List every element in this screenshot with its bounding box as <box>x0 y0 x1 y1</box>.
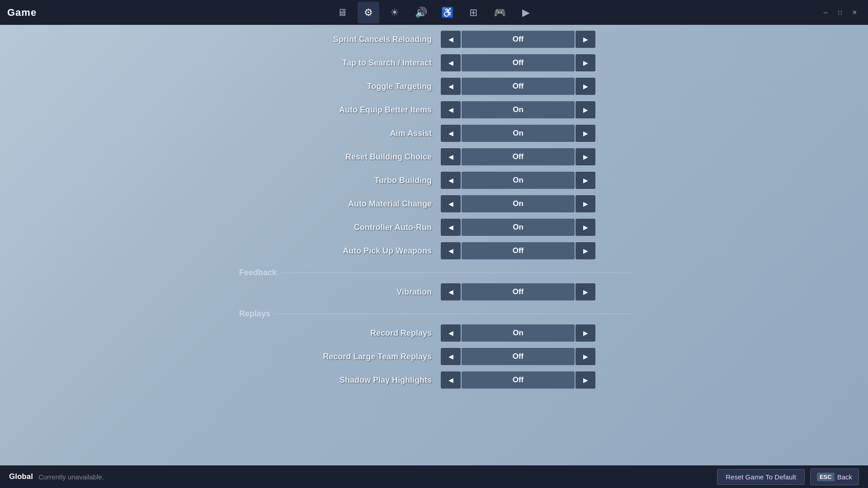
tab-accessibility[interactable]: ♿ <box>436 2 458 23</box>
close-button[interactable]: ✕ <box>848 8 861 17</box>
arrow-right-turbo-building[interactable]: ▶ <box>576 172 595 189</box>
value-toggle-targeting: Off <box>462 78 575 95</box>
bottom-left: Global Currently unavailable. <box>9 472 104 481</box>
arrow-right-auto-pick-up[interactable]: ▶ <box>576 242 595 259</box>
label-auto-equip: Auto Equip Better Items <box>237 105 441 115</box>
setting-row-aim-assist: Aim Assist ◀ On ▶ <box>237 123 631 143</box>
setting-row-record-replays: Record Replays ◀ On ▶ <box>237 323 631 343</box>
setting-row-sprint-cancels-reloading: Sprint Cancels Reloading ◀ Off ▶ <box>237 29 631 49</box>
arrow-left-vibration[interactable]: ◀ <box>441 283 461 300</box>
settings-content: Sprint Cancels Reloading ◀ Off ▶ Tap to … <box>237 25 631 465</box>
arrow-left-record-large-team[interactable]: ◀ <box>441 348 461 365</box>
arrow-right-tap-to-search[interactable]: ▶ <box>576 54 595 71</box>
control-auto-material-change: ◀ On ▶ <box>441 195 595 212</box>
label-auto-material-change: Auto Material Change <box>237 199 441 209</box>
setting-row-controller-auto-run: Controller Auto-Run ◀ On ▶ <box>237 217 631 237</box>
setting-row-tap-to-search: Tap to Search / Interact ◀ Off ▶ <box>237 53 631 73</box>
arrow-right-sprint-cancels-reloading[interactable]: ▶ <box>576 31 595 48</box>
value-reset-building: Off <box>462 148 575 165</box>
value-controller-auto-run: On <box>462 219 575 236</box>
bottom-right: Reset Game To Default ESC Back <box>717 469 859 485</box>
tab-controller-layout[interactable]: ⊞ <box>462 2 484 23</box>
label-toggle-targeting: Toggle Targeting <box>237 82 441 91</box>
section-replays: Replays <box>237 309 631 319</box>
control-controller-auto-run: ◀ On ▶ <box>441 219 595 236</box>
arrow-left-tap-to-search[interactable]: ◀ <box>441 54 461 71</box>
arrow-right-record-replays[interactable]: ▶ <box>576 324 595 342</box>
label-sprint-cancels-reloading: Sprint Cancels Reloading <box>237 35 441 44</box>
tab-monitor[interactable]: 🖥 <box>331 2 353 23</box>
arrow-right-auto-material-change[interactable]: ▶ <box>576 195 595 212</box>
tab-brightness[interactable]: ☀ <box>384 2 406 23</box>
section-feedback: Feedback <box>237 268 631 277</box>
tab-replay[interactable]: ▶ <box>515 2 537 23</box>
setting-row-reset-building: Reset Building Choice ◀ Off ▶ <box>237 147 631 167</box>
arrow-right-shadow-play[interactable]: ▶ <box>576 371 595 389</box>
arrow-right-auto-equip[interactable]: ▶ <box>576 101 595 118</box>
global-label: Global <box>9 472 33 481</box>
arrow-left-auto-equip[interactable]: ◀ <box>441 101 461 118</box>
control-turbo-building: ◀ On ▶ <box>441 172 595 189</box>
section-replays-title: Replays <box>237 309 270 319</box>
arrow-left-auto-pick-up[interactable]: ◀ <box>441 242 461 259</box>
arrow-right-vibration[interactable]: ▶ <box>576 283 595 300</box>
minimize-button[interactable]: ─ <box>819 8 832 17</box>
arrow-left-turbo-building[interactable]: ◀ <box>441 172 461 189</box>
label-controller-auto-run: Controller Auto-Run <box>237 223 441 232</box>
control-reset-building: ◀ Off ▶ <box>441 148 595 165</box>
control-record-replays: ◀ On ▶ <box>441 324 595 342</box>
value-shadow-play: Off <box>462 371 575 389</box>
tab-settings[interactable]: ⚙ <box>358 2 379 23</box>
arrow-left-sprint-cancels-reloading[interactable]: ◀ <box>441 31 461 48</box>
settings-list: Sprint Cancels Reloading ◀ Off ▶ Tap to … <box>237 29 631 390</box>
arrow-right-controller-auto-run[interactable]: ▶ <box>576 219 595 236</box>
arrow-left-auto-material-change[interactable]: ◀ <box>441 195 461 212</box>
tab-bar: 🖥 ⚙ ☀ 🔊 ♿ ⊞ 🎮 ▶ <box>331 2 537 23</box>
control-record-large-team: ◀ Off ▶ <box>441 348 595 365</box>
value-auto-equip: On <box>462 101 575 118</box>
arrow-left-controller-auto-run[interactable]: ◀ <box>441 219 461 236</box>
setting-row-record-large-team: Record Large Team Replays ◀ Off ▶ <box>237 347 631 366</box>
back-button[interactable]: ESC Back <box>810 469 859 485</box>
reset-default-button[interactable]: Reset Game To Default <box>717 469 805 485</box>
setting-row-toggle-targeting: Toggle Targeting ◀ Off ▶ <box>237 76 631 96</box>
arrow-left-aim-assist[interactable]: ◀ <box>441 125 461 142</box>
arrow-left-reset-building[interactable]: ◀ <box>441 148 461 165</box>
tab-gamepad[interactable]: 🎮 <box>489 2 510 23</box>
tab-audio[interactable]: 🔊 <box>410 2 432 23</box>
section-replays-line <box>275 314 631 314</box>
bottom-bar: Global Currently unavailable. Reset Game… <box>0 465 868 488</box>
esc-badge: ESC <box>817 473 835 481</box>
label-auto-pick-up: Auto Pick Up Weapons <box>237 246 441 256</box>
control-aim-assist: ◀ On ▶ <box>441 125 595 142</box>
arrow-right-toggle-targeting[interactable]: ▶ <box>576 78 595 95</box>
label-tap-to-search: Tap to Search / Interact <box>237 58 441 68</box>
section-feedback-title: Feedback <box>237 268 277 277</box>
arrow-left-toggle-targeting[interactable]: ◀ <box>441 78 461 95</box>
maximize-button[interactable]: □ <box>834 8 846 17</box>
arrow-left-record-replays[interactable]: ◀ <box>441 324 461 342</box>
main-area: Sprint Cancels Reloading ◀ Off ▶ Tap to … <box>0 25 868 465</box>
arrow-right-aim-assist[interactable]: ▶ <box>576 125 595 142</box>
label-aim-assist: Aim Assist <box>237 129 441 138</box>
arrow-right-reset-building[interactable]: ▶ <box>576 148 595 165</box>
setting-row-shadow-play: Shadow Play Highlights ◀ Off ▶ <box>237 370 631 390</box>
value-vibration: Off <box>462 283 575 300</box>
label-reset-building: Reset Building Choice <box>237 152 441 162</box>
control-shadow-play: ◀ Off ▶ <box>441 371 595 389</box>
section-feedback-line <box>281 272 631 273</box>
value-turbo-building: On <box>462 172 575 189</box>
label-record-large-team: Record Large Team Replays <box>237 352 441 361</box>
control-auto-pick-up: ◀ Off ▶ <box>441 242 595 259</box>
label-record-replays: Record Replays <box>237 328 441 338</box>
value-aim-assist: On <box>462 125 575 142</box>
label-vibration: Vibration <box>237 287 441 297</box>
value-record-large-team: Off <box>462 348 575 365</box>
arrow-right-record-large-team[interactable]: ▶ <box>576 348 595 365</box>
value-record-replays: On <box>462 324 575 342</box>
value-auto-pick-up: Off <box>462 242 575 259</box>
window-controls: ─ □ ✕ <box>819 8 861 17</box>
setting-row-auto-pick-up: Auto Pick Up Weapons ◀ Off ▶ <box>237 241 631 261</box>
arrow-left-shadow-play[interactable]: ◀ <box>441 371 461 389</box>
window-title: Game <box>7 7 37 19</box>
